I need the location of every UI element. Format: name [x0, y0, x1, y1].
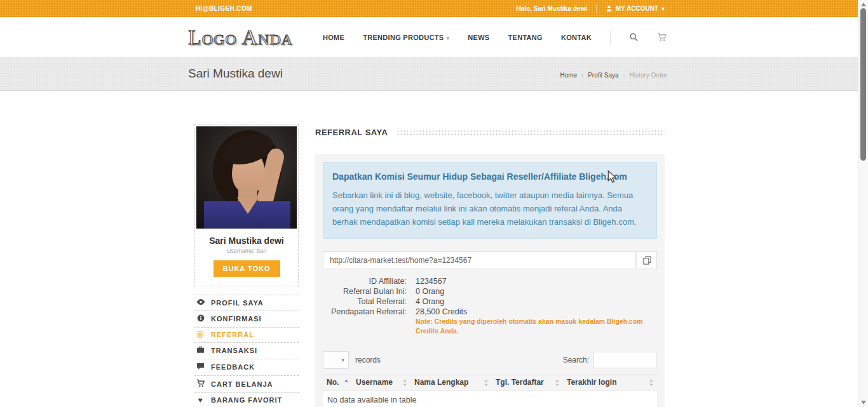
section-title: REFERRAL SAYA — [315, 128, 388, 137]
nav-kontak[interactable]: KONTAK — [561, 34, 592, 41]
stat-value: 28,500 Credits — [416, 307, 467, 317]
page-title: Sari Mustika dewi — [188, 67, 283, 81]
info-icon — [196, 314, 205, 323]
table-header-row: No. Username Nama Lengkap Tgl. Terdaftar… — [323, 375, 657, 390]
sidebar-item-transaksi[interactable]: TRANSAKSI — [194, 343, 299, 359]
registered-icon: ® — [196, 331, 205, 338]
stat-id-affiliate: ID Affiliate: 1234567 — [323, 276, 657, 286]
column-label: No. — [327, 378, 339, 387]
site-logo[interactable]: Logo Anda — [188, 27, 293, 48]
sort-both-icon — [403, 379, 407, 386]
search-icon[interactable] — [629, 32, 639, 42]
vertical-scroll-thumb[interactable] — [860, 8, 866, 161]
stat-value: 0 Orang — [416, 286, 444, 297]
search-label: Search: — [563, 356, 589, 364]
referral-link-row — [323, 251, 657, 269]
sidebar-menu: PROFIL SAYA KONFIRMASI ® REFERRAL TRANSA… — [194, 295, 299, 407]
table-controls: ▾ records Search: — [323, 351, 657, 369]
nav-news[interactable]: NEWS — [468, 34, 489, 41]
sidebar-item-referral[interactable]: ® REFERRAL — [194, 328, 299, 343]
sidebar-item-label: REFERRAL — [211, 331, 254, 338]
breadcrumb-current: History Order — [630, 72, 667, 79]
heart-icon: ♥ — [196, 396, 205, 404]
scroll-up-arrow-icon[interactable] — [861, 3, 866, 6]
sidebar-item-feedback[interactable]: FEEDBACK — [194, 359, 299, 376]
stat-pendapatan-referral: Pendapatan Referral: 28,500 Credits — [323, 307, 657, 317]
column-label: Username — [356, 378, 393, 387]
my-account-menu[interactable]: MY ACCOUNT ▾ — [606, 5, 665, 12]
referral-link-input[interactable] — [323, 251, 636, 269]
nav-trending-products[interactable]: TRENDING PRODUCTS▾ — [363, 34, 449, 41]
sidebar-item-barang-favorit[interactable]: ♥ BARANG FAVORIT — [194, 393, 299, 407]
top-utility-bar: HI@BLIGEH.COM Halo, Sari Mustika dewi MY… — [0, 0, 858, 17]
sidebar-item-label: CART BELANJA — [211, 380, 273, 388]
nav-tentang[interactable]: TENTANG — [508, 34, 543, 41]
content-area: Sari Mustika dewi Username: Sari BUKA TO… — [194, 124, 665, 407]
referral-panel: Dapatkan Komisi Seumur Hidup Sebagai Res… — [315, 154, 665, 407]
top-utility-bar-inner: HI@BLIGEH.COM Halo, Sari Mustika dewi MY… — [196, 4, 665, 13]
topbar-divider — [596, 4, 597, 13]
stat-total-referral: Total Referral: 4 Orang — [323, 297, 657, 307]
sidebar-item-profil-saya[interactable]: PROFIL SAYA — [194, 295, 299, 311]
empty-table-message: No data available in table — [323, 390, 657, 407]
greeting-text: Halo, Sari Mustika dewi — [517, 5, 587, 12]
info-box-body: Sebarkan link ini di blog, website, face… — [332, 189, 648, 229]
breadcrumb-home[interactable]: Home — [560, 72, 578, 79]
profile-name: Sari Mustika dewi — [196, 236, 297, 246]
user-icon — [606, 5, 613, 12]
profile-photo — [196, 126, 297, 229]
sidebar-item-konfirmasi[interactable]: KONFIRMASI — [194, 311, 299, 328]
sidebar-item-label: FEEDBACK — [211, 363, 255, 371]
column-label: Terakhir login — [567, 378, 616, 387]
sort-asc-icon — [344, 379, 349, 386]
buka-toko-button[interactable]: BUKA TOKO — [214, 260, 280, 277]
sidebar-item-label: BARANG FAVORIT — [211, 396, 282, 404]
nav-trending-label: TRENDING PRODUCTS — [363, 34, 444, 41]
column-tgl-terdaftar[interactable]: Tgl. Terdaftar — [492, 375, 563, 390]
column-terakhir-login[interactable]: Terakhir login — [563, 375, 657, 390]
chevron-down-icon: ▾ — [341, 357, 344, 363]
stat-value: 4 Orang — [416, 297, 444, 307]
stat-label: Pendapatan Referral: — [323, 307, 407, 317]
cart-icon[interactable] — [657, 32, 667, 42]
records-control: ▾ records — [323, 351, 381, 369]
referral-section: REFERRAL SAYA Dapatkan Komisi Seumur Hid… — [315, 124, 665, 407]
my-account-label: MY ACCOUNT — [616, 5, 658, 12]
briefcase-icon — [196, 346, 205, 355]
table-search-input[interactable] — [593, 352, 657, 368]
column-label: Nama Lengkap — [414, 378, 468, 387]
records-per-page-select[interactable]: ▾ — [323, 351, 349, 369]
referral-table: No. Username Nama Lengkap Tgl. Terdaftar… — [323, 375, 657, 407]
nav-home[interactable]: HOME — [323, 34, 344, 41]
stat-label: Total Referral: — [323, 297, 407, 307]
breadcrumb-separator: › — [623, 72, 625, 79]
sort-both-icon — [484, 379, 489, 386]
chevron-down-icon: ▾ — [661, 6, 665, 12]
page-title-bar-inner: Sari Mustika dewi Home › Profil Saya › H… — [188, 67, 667, 81]
page-title-bar: Sari Mustika dewi Home › Profil Saya › H… — [0, 57, 858, 91]
stat-referral-bulan-ini: Referral Bulan Ini: 0 Orang — [323, 286, 657, 297]
breadcrumb-profil-saya[interactable]: Profil Saya — [588, 72, 618, 79]
referral-stats: ID Affiliate: 1234567 Referral Bulan Ini… — [323, 276, 657, 336]
scroll-down-arrow-icon[interactable] — [861, 401, 866, 404]
copy-link-button[interactable] — [637, 251, 657, 269]
profile-sidebar: Sari Mustika dewi Username: Sari BUKA TO… — [194, 124, 299, 407]
profile-username: Username: Sari — [196, 248, 297, 254]
column-no[interactable]: No. — [323, 375, 352, 390]
column-label: Tgl. Terdaftar — [496, 378, 544, 387]
site-header-inner: Logo Anda HOME TRENDING PRODUCTS▾ NEWS T… — [188, 27, 667, 48]
sidebar-item-cart-belanja[interactable]: CART BELANJA — [194, 376, 299, 393]
records-label: records — [355, 356, 381, 364]
stat-value: 1234567 — [416, 276, 447, 286]
credits-note: Note: Credits yang diperoleh otomatis ak… — [416, 317, 657, 336]
info-box-title: Dapatkan Komisi Seumur Hidup Sebagai Res… — [332, 171, 648, 182]
stat-label: Referral Bulan Ini: — [323, 286, 407, 297]
contact-email-link[interactable]: HI@BLIGEH.COM — [196, 5, 252, 12]
column-nama-lengkap[interactable]: Nama Lengkap — [410, 375, 492, 390]
sidebar-item-label: KONFIRMASI — [211, 315, 262, 323]
search-control: Search: — [563, 352, 657, 368]
cart-icon — [196, 379, 205, 389]
vertical-scrollbar[interactable] — [858, 0, 868, 407]
nav-divider — [610, 30, 611, 44]
column-username[interactable]: Username — [352, 375, 410, 390]
